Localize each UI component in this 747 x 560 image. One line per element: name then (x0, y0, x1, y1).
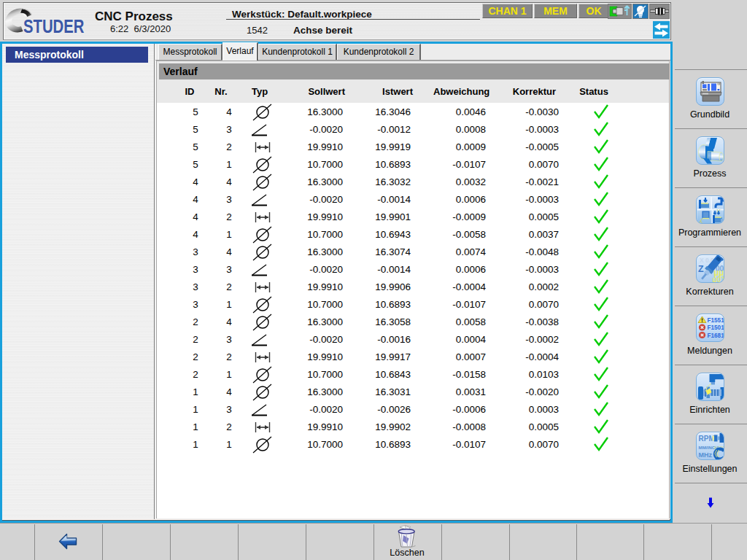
svg-text:Z: Z (698, 264, 704, 274)
svg-text:RPM: RPM (699, 435, 715, 443)
svg-text:µ01: µ01 (713, 275, 725, 284)
svg-text:F1551: F1551 (708, 317, 725, 324)
svg-text:F1681: F1681 (708, 332, 725, 339)
svg-text:F1501: F1501 (708, 324, 725, 331)
svg-text:MHz: MHz (699, 451, 713, 459)
